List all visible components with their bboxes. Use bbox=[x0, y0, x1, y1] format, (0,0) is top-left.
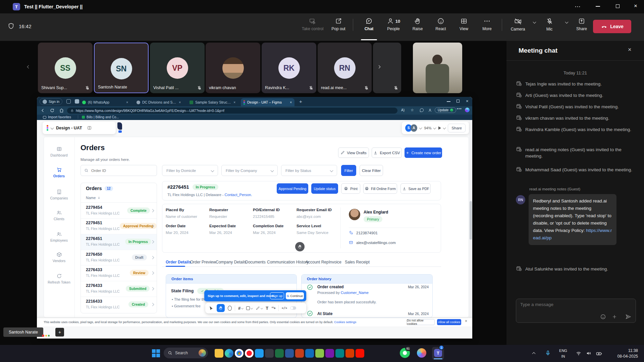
figma-doc-title[interactable]: Design - UAT bbox=[56, 126, 82, 130]
browser-tab-active[interactable]: Design - UAT – Figma× bbox=[241, 98, 294, 106]
teams-taskbar-icon[interactable]: T 1 bbox=[432, 347, 444, 360]
reload-icon[interactable] bbox=[50, 108, 55, 113]
tab-order-details[interactable]: Order Details bbox=[166, 260, 191, 264]
tab-communication-history[interactable]: Communication History bbox=[267, 260, 309, 264]
chat-input-box[interactable] bbox=[516, 299, 636, 323]
clear-filter-button[interactable]: Clear Filter bbox=[360, 165, 383, 176]
taskbar-app-icon[interactable] bbox=[315, 349, 324, 358]
taskbar-app-icon[interactable] bbox=[325, 349, 334, 358]
edge-icon[interactable] bbox=[225, 349, 233, 358]
deny-cookies-button[interactable]: Do not allow cookies bbox=[407, 319, 435, 325]
browser-minimize-icon[interactable] bbox=[447, 101, 450, 102]
dev-mode-toggle[interactable] bbox=[290, 306, 296, 310]
signup-button[interactable]: Sign up bbox=[270, 292, 284, 299]
chrome-icon[interactable] bbox=[235, 349, 244, 358]
collaborator-avatar[interactable]: A bbox=[411, 124, 417, 132]
emoji-icon[interactable] bbox=[600, 314, 606, 320]
taskbar-app-icon[interactable] bbox=[215, 349, 223, 358]
order-row[interactable]: 2279454 TL Flex Holdings LLC Complete bbox=[81, 203, 157, 219]
people-button[interactable]: 10 People bbox=[381, 17, 406, 31]
browser-tab[interactable]: Sample Salary Structure with calc× bbox=[187, 98, 238, 106]
layout-columns-icon[interactable] bbox=[87, 125, 92, 130]
figma-logo-icon[interactable] bbox=[47, 125, 48, 131]
allow-cookies-button[interactable]: Allow all cookies bbox=[437, 319, 461, 325]
attach-plus-icon[interactable] bbox=[611, 314, 618, 320]
update-button[interactable]: Update bbox=[435, 107, 456, 113]
spotlight-video-tile[interactable] bbox=[413, 43, 462, 93]
browser-vertical-tabs-icon[interactable] bbox=[75, 99, 79, 104]
contact-person-link[interactable]: Contact_Person. bbox=[225, 193, 252, 197]
tab-close-icon[interactable]: × bbox=[126, 101, 128, 104]
export-csv-button[interactable]: Export CSV bbox=[372, 147, 402, 158]
participant-tile-partial[interactable] bbox=[373, 43, 401, 93]
zoom-chevron-icon[interactable] bbox=[433, 126, 437, 130]
taskbar-app-icon[interactable] bbox=[417, 348, 426, 358]
clock[interactable]: 11:38 08-04-2025 bbox=[608, 348, 641, 359]
sidebar-item-clients[interactable]: Clients bbox=[44, 210, 74, 221]
battery-icon[interactable] bbox=[596, 350, 602, 357]
play-icon[interactable] bbox=[438, 126, 441, 130]
copilot-icon[interactable] bbox=[465, 108, 470, 112]
home-icon[interactable] bbox=[59, 108, 64, 113]
react-button[interactable]: React bbox=[428, 17, 453, 31]
filter-domicile-select[interactable]: Filter by Domicile bbox=[162, 165, 218, 176]
text-tool-icon[interactable]: T bbox=[266, 306, 268, 311]
scroll-left-chevron-icon[interactable] bbox=[27, 65, 31, 69]
window-maximize-icon[interactable] bbox=[616, 4, 620, 8]
share-button[interactable]: Share bbox=[569, 17, 594, 31]
zoom-level[interactable]: 94% bbox=[424, 126, 431, 130]
frame-tool-icon[interactable]: # bbox=[238, 306, 243, 311]
sidebar-item-orders[interactable]: Orders bbox=[44, 167, 74, 178]
order-row[interactable]: 2276433 TL Flex Holdings LLC Review bbox=[81, 265, 157, 281]
create-new-order-button[interactable]: Create new order bbox=[405, 147, 442, 158]
play-chevron-icon[interactable] bbox=[443, 126, 446, 130]
hand-tool-icon[interactable] bbox=[217, 304, 225, 312]
filter-company-select[interactable]: Filter by Company bbox=[221, 165, 278, 176]
tab-sales-receipt[interactable]: Sales Receipt bbox=[345, 260, 370, 264]
order-id-field[interactable] bbox=[91, 169, 148, 173]
tab-close-icon[interactable]: × bbox=[290, 101, 292, 104]
lasso-tool-icon[interactable] bbox=[228, 306, 232, 311]
voice-access-mic-icon[interactable] bbox=[545, 350, 551, 356]
profile-sync-icon[interactable] bbox=[428, 108, 432, 112]
sidebar-item-companies[interactable]: Companies bbox=[44, 189, 74, 200]
print-button[interactable]: Print bbox=[341, 183, 360, 194]
send-icon[interactable] bbox=[625, 313, 632, 320]
browser-menu-dots-icon[interactable]: ••• bbox=[457, 107, 462, 111]
chat-close-icon[interactable]: × bbox=[628, 46, 632, 53]
taskbar-app-icon[interactable] bbox=[345, 349, 354, 358]
powerpoint-icon[interactable] bbox=[295, 349, 304, 358]
browser-tab[interactable]: (6) WhatsApp× bbox=[79, 98, 131, 106]
order-row[interactable]: 2279451 TL Flex Holdings LLC Approval Pe… bbox=[81, 219, 157, 234]
browser-close-icon[interactable]: × bbox=[466, 99, 469, 104]
save-as-pdf-button[interactable]: Save as PDF bbox=[400, 183, 431, 194]
tab-close-icon[interactable]: × bbox=[179, 101, 181, 104]
mic-button[interactable]: Mic bbox=[537, 17, 562, 32]
tab-order-preview[interactable]: Order Preview bbox=[190, 260, 216, 264]
order-row-selected[interactable]: 2276451 TL Flex Holdings LLC In Progress bbox=[81, 234, 157, 250]
participant-tile[interactable]: RK Ravindra K... bbox=[262, 43, 316, 93]
bookmark-import-favorites[interactable]: Import favorites bbox=[43, 115, 71, 119]
browser-profile-button[interactable]: Sign in bbox=[40, 98, 62, 105]
tab-invoice[interactable]: Invoice bbox=[329, 260, 341, 264]
view-drafts-button[interactable]: View Drafts bbox=[338, 147, 369, 158]
pdf-icon[interactable] bbox=[356, 349, 364, 358]
browser-maximize-icon[interactable] bbox=[457, 100, 460, 103]
order-row[interactable]: 2216433 TL Flex Holdings LLC Created bbox=[81, 297, 157, 313]
customer-name-link[interactable]: Customer_Name bbox=[341, 291, 369, 295]
name-column-header[interactable]: Name bbox=[86, 196, 101, 200]
leave-button[interactable]: Leave bbox=[593, 20, 631, 33]
filter-button[interactable]: Filter bbox=[341, 165, 356, 176]
taskbar-search[interactable]: Search bbox=[164, 348, 208, 358]
filter-status-select[interactable]: Filter by Status bbox=[281, 165, 337, 176]
volume-icon[interactable] bbox=[586, 350, 592, 356]
sidebar-item-refresh-token[interactable]: Refresh Token bbox=[44, 273, 74, 284]
sidebar-item-vendors[interactable]: Vendors bbox=[44, 252, 74, 263]
tab-company-details[interactable]: Company Details bbox=[216, 260, 246, 264]
chat-message-input[interactable] bbox=[520, 302, 621, 307]
word-icon[interactable] bbox=[285, 349, 294, 358]
whatsapp-taskbar-icon[interactable]: 81 bbox=[400, 348, 410, 358]
participant-tile[interactable]: vikram chavan bbox=[206, 43, 260, 93]
participant-tile[interactable]: SS Shivani Sup... bbox=[38, 43, 93, 93]
update-status-button[interactable]: Update status bbox=[311, 183, 338, 194]
